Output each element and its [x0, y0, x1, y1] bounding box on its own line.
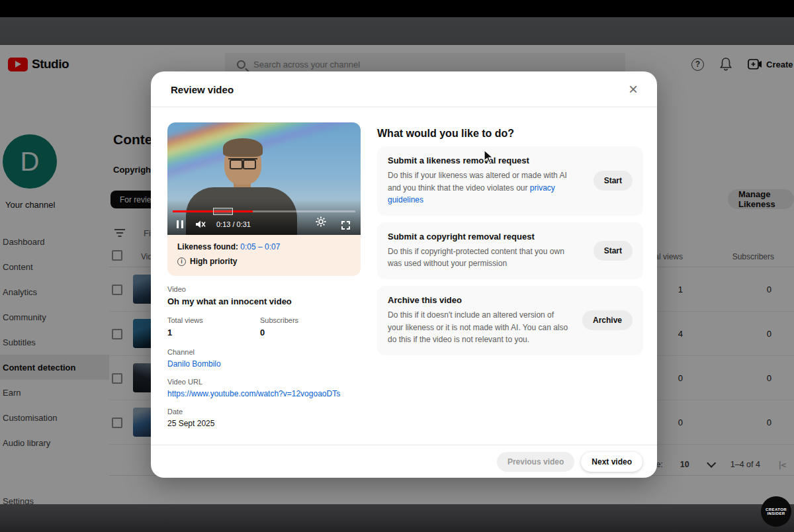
archive-video-card: Archive this video Do this if it doesn't… [377, 286, 643, 355]
muted-volume-icon[interactable] [195, 220, 207, 229]
video-url-label: Video URL [167, 378, 366, 386]
creator-insider-badge: CREATOR INSIDER [761, 496, 791, 527]
video-url-link[interactable]: https://www.youtube.com/watch?v=12vogoao… [167, 389, 340, 398]
channel-label: Channel [167, 348, 366, 356]
url-meta: Video URL https://www.youtube.com/watch?… [167, 378, 366, 398]
rainbow-decoration [167, 122, 361, 185]
modal-title: Review video [171, 84, 234, 95]
start-copyright-request-button[interactable]: Start [594, 241, 633, 261]
video-stats: Total views 1 Subscribers 0 [167, 316, 366, 337]
close-icon[interactable]: × [624, 80, 642, 99]
archive-button[interactable]: Archive [582, 310, 633, 330]
letterbox-top [0, 0, 794, 17]
info-icon: i [177, 257, 186, 266]
card-description: Do this if copyright-protected content t… [388, 247, 564, 269]
likeness-found-label: Likeness found: [177, 242, 238, 251]
next-video-button[interactable]: Next video [581, 452, 642, 472]
letterbox-top-gray [0, 17, 794, 45]
person-figure [223, 138, 263, 157]
likeness-found-panel: Likeness found: 0:05 – 0:07 i High prior… [167, 235, 361, 276]
pause-icon[interactable] [177, 220, 183, 228]
card-title: Archive this video [388, 295, 570, 305]
screen: Studio Search across your channel ? [0, 0, 794, 532]
previous-video-button[interactable]: Previous video [497, 452, 574, 472]
channel-meta: Channel Danilo Bombilo [167, 348, 366, 369]
copyright-removal-card: Submit a copyright removal request Do th… [377, 222, 643, 279]
date-label: Date [167, 408, 366, 416]
time-display: 0:13 / 0:31 [216, 220, 251, 228]
person-figure [228, 158, 257, 166]
video-title: Oh my what an innocent video [167, 296, 366, 306]
fullscreen-icon[interactable] [341, 221, 350, 230]
video-meta: Video Oh my what an innocent video [167, 285, 366, 306]
player-controls: 0:13 / 0:31 [167, 214, 361, 235]
video-player[interactable]: 0:13 / 0:31 [167, 122, 361, 235]
cursor-pointer-icon [484, 150, 494, 164]
letterbox-bottom: CREATOR INSIDER [0, 504, 794, 532]
likeness-removal-card: Submit a likeness removal request Do thi… [377, 146, 643, 216]
total-views-label: Total views [167, 316, 260, 324]
badge-line2: INSIDER [767, 511, 785, 515]
review-video-modal: Review video × [151, 71, 657, 478]
actions-column: What would you like to do? Submit a like… [377, 128, 643, 355]
date-value: 25 Sept 2025 [167, 419, 366, 428]
video-label: Video [167, 285, 366, 293]
start-likeness-request-button[interactable]: Start [594, 171, 633, 191]
subscribers-value: 0 [260, 328, 353, 337]
actions-heading: What would you like to do? [377, 128, 643, 140]
progress-bar[interactable] [173, 210, 355, 212]
card-description: Do this if it doesn't include an altered… [388, 310, 568, 344]
modal-footer: Previous video Next video [151, 445, 657, 478]
settings-gear-icon[interactable] [316, 216, 326, 230]
card-title: Submit a copyright removal request [388, 232, 570, 242]
card-title: Submit a likeness removal request [388, 155, 570, 165]
modal-header: Review video × [151, 71, 657, 107]
subscribers-label: Subscribers [260, 316, 353, 324]
channel-link[interactable]: Danilo Bombilo [167, 359, 221, 369]
priority-badge: High priority [190, 257, 237, 266]
date-meta: Date 25 Sept 2025 [167, 408, 366, 428]
total-views-value: 1 [167, 328, 260, 337]
likeness-time-range[interactable]: 0:05 – 0:07 [240, 242, 280, 251]
